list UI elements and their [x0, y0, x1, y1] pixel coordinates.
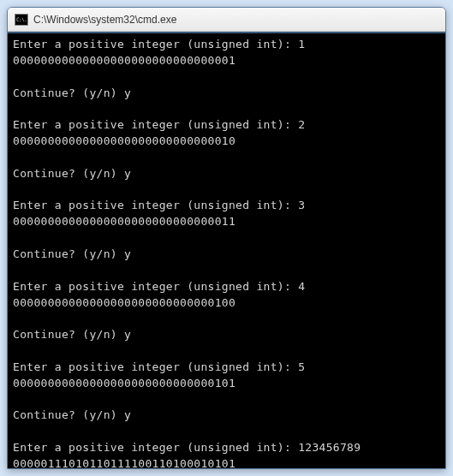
- console-output[interactable]: Enter a positive integer (unsigned int):…: [8, 32, 445, 468]
- cmd-icon: C:\.: [15, 14, 28, 26]
- cmd-window: C:\. C:\Windows\system32\cmd.exe Enter a…: [7, 7, 446, 469]
- cmd-icon-text: C:\.: [16, 17, 27, 22]
- window-title: C:\Windows\system32\cmd.exe: [33, 14, 176, 26]
- titlebar[interactable]: C:\. C:\Windows\system32\cmd.exe: [8, 8, 445, 32]
